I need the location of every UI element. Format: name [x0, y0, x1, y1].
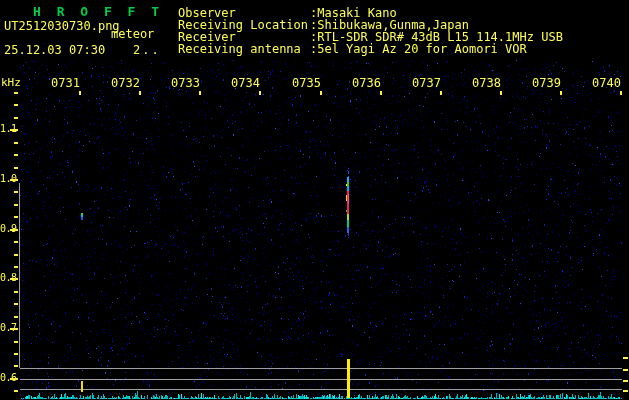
level-scale-tick: [623, 369, 628, 371]
frame-datetime: 25.12.03 07:30: [4, 44, 105, 56]
freq-axis-minor-tick: [14, 365, 18, 367]
freq-axis-major-tick: [10, 229, 18, 231]
spectrogram-canvas: [0, 0, 629, 400]
time-axis-label: 0739: [532, 77, 561, 89]
observation-name: meteor: [111, 28, 154, 40]
freq-axis-minor-tick: [14, 142, 18, 144]
freq-axis-minor-tick: [14, 216, 18, 218]
time-axis-tick: [199, 91, 201, 95]
time-axis-label: 0732: [111, 77, 140, 89]
freq-axis-minor-tick: [14, 254, 18, 256]
freq-axis-minor-tick: [14, 92, 18, 94]
freq-axis-minor-tick: [14, 291, 18, 293]
freq-axis-major-tick: [10, 278, 18, 280]
time-axis-label: 0734: [231, 77, 260, 89]
time-axis-label: 0733: [171, 77, 200, 89]
time-axis-tick: [620, 91, 622, 95]
time-axis-tick: [320, 91, 322, 95]
freq-axis-minor-tick: [14, 154, 18, 156]
freq-axis-minor-tick: [14, 167, 18, 169]
freq-axis-minor-tick: [14, 303, 18, 305]
freq-axis-major-tick: [10, 328, 18, 330]
freq-axis-minor-tick: [14, 241, 18, 243]
freq-axis-major-tick: [10, 378, 18, 380]
frame-counter: 2..: [133, 44, 161, 56]
time-axis-tick: [560, 91, 562, 95]
time-axis-label: 0737: [412, 77, 441, 89]
field-value: :5el Yagi Az 20 for Aomori VOR: [310, 43, 527, 55]
app-title: H R O F F T: [33, 5, 163, 18]
time-axis-tick: [139, 91, 141, 95]
hrofft-output-image: H R O F F T UT2512030730.png meteor 25.1…: [0, 0, 629, 400]
time-axis-tick: [259, 91, 261, 95]
freq-axis-minor-tick: [14, 353, 18, 355]
level-scale-tick: [623, 380, 628, 382]
freq-axis-minor-tick: [14, 341, 18, 343]
time-axis-label: 0735: [292, 77, 321, 89]
freq-axis-minor-tick: [14, 316, 18, 318]
time-axis-label: 0736: [352, 77, 381, 89]
level-scale-tick: [623, 390, 628, 392]
freq-unit-label: kHz: [1, 77, 21, 89]
freq-axis-minor-tick: [14, 191, 18, 193]
time-axis-tick: [79, 91, 81, 95]
freq-axis-minor-tick: [14, 117, 18, 119]
level-scale-tick: [623, 357, 628, 359]
time-axis-label: 0731: [51, 77, 80, 89]
time-axis-tick: [380, 91, 382, 95]
filename: UT2512030730.png: [4, 20, 120, 32]
freq-axis-minor-tick: [14, 104, 18, 106]
time-axis-label: 0738: [472, 77, 501, 89]
freq-axis-major-tick: [10, 129, 18, 131]
time-axis-tick: [500, 91, 502, 95]
time-axis-label: 0740: [592, 77, 621, 89]
freq-axis-minor-tick: [14, 204, 18, 206]
field-label: Receiving antenna: [178, 43, 301, 55]
freq-axis-minor-tick: [14, 390, 18, 392]
freq-axis-minor-tick: [14, 266, 18, 268]
time-axis-tick: [440, 91, 442, 95]
freq-axis-major-tick: [10, 179, 18, 181]
